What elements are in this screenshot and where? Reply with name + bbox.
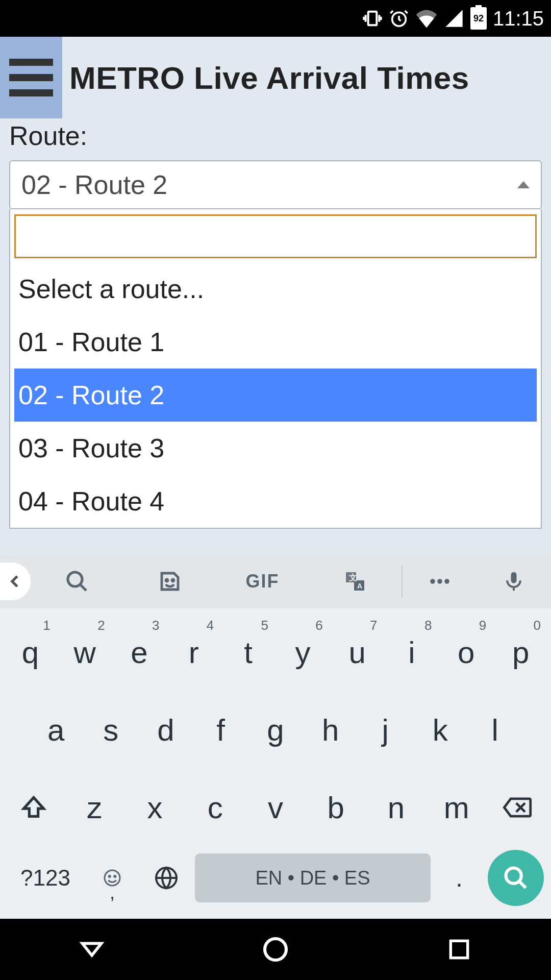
key-d[interactable]: d bbox=[138, 692, 193, 768]
svg-point-13 bbox=[114, 876, 116, 877]
key-n[interactable]: n bbox=[366, 770, 426, 845]
search-icon[interactable] bbox=[31, 569, 123, 594]
key-v[interactable]: v bbox=[245, 770, 306, 845]
shift-key[interactable] bbox=[3, 770, 64, 845]
sticker-icon[interactable] bbox=[123, 569, 216, 594]
key-x[interactable]: x bbox=[124, 770, 185, 845]
key-r[interactable]: r4 bbox=[166, 615, 221, 690]
language-key[interactable] bbox=[141, 847, 192, 909]
backspace-key[interactable] bbox=[487, 770, 548, 845]
key-l[interactable]: l bbox=[468, 692, 523, 768]
key-y[interactable]: y6 bbox=[276, 615, 330, 690]
route-search-input[interactable] bbox=[14, 214, 537, 258]
period-key[interactable]: . bbox=[434, 847, 485, 909]
kb-collapse-button[interactable] bbox=[0, 562, 31, 600]
svg-point-7 bbox=[430, 579, 435, 584]
key-o[interactable]: o9 bbox=[439, 615, 493, 690]
key-q[interactable]: q1 bbox=[3, 615, 58, 690]
svg-point-3 bbox=[166, 579, 168, 581]
recents-button[interactable] bbox=[429, 919, 490, 980]
mic-icon[interactable] bbox=[477, 568, 551, 595]
key-f[interactable]: f bbox=[193, 692, 248, 768]
back-button[interactable] bbox=[61, 919, 122, 980]
keyboard-toolbar: GIF 文A bbox=[0, 554, 551, 608]
svg-point-15 bbox=[506, 868, 521, 884]
wifi-icon bbox=[415, 9, 438, 28]
svg-point-12 bbox=[109, 876, 110, 877]
soft-keyboard: GIF 文A q1w2e3r4t5y6u7i8o9p0 asdfghjkl zx… bbox=[0, 554, 551, 919]
key-h[interactable]: h bbox=[303, 692, 358, 768]
vibration-icon bbox=[362, 8, 383, 29]
status-bar: 92 11:15 bbox=[0, 0, 551, 37]
translate-icon[interactable]: 文A bbox=[309, 569, 402, 594]
system-nav-bar bbox=[0, 919, 551, 980]
key-c[interactable]: c bbox=[185, 770, 245, 845]
svg-point-16 bbox=[265, 939, 286, 960]
battery-icon: 92 bbox=[470, 7, 487, 30]
svg-point-8 bbox=[437, 579, 442, 584]
route-select-value: 02 - Route 2 bbox=[21, 169, 167, 200]
svg-rect-17 bbox=[450, 941, 467, 958]
key-b[interactable]: b bbox=[306, 770, 366, 845]
more-icon[interactable] bbox=[403, 569, 477, 594]
app-content: METRO Live Arrival Times Route: 02 - Rou… bbox=[0, 37, 551, 610]
route-label: Route: bbox=[0, 118, 551, 160]
key-s[interactable]: s bbox=[84, 692, 139, 768]
search-key[interactable] bbox=[488, 850, 544, 906]
svg-point-4 bbox=[172, 579, 174, 581]
key-g[interactable]: g bbox=[248, 692, 303, 768]
keyboard-row: zxcvbnm bbox=[3, 770, 548, 845]
svg-point-9 bbox=[444, 579, 449, 584]
route-select[interactable]: 02 - Route 2 bbox=[9, 160, 542, 209]
key-e[interactable]: e3 bbox=[112, 615, 167, 690]
gif-button[interactable]: GIF bbox=[216, 571, 309, 592]
cell-signal-icon bbox=[444, 8, 464, 29]
chevron-up-icon bbox=[517, 181, 530, 188]
svg-text:A: A bbox=[357, 582, 362, 590]
key-j[interactable]: j bbox=[358, 692, 413, 768]
clock-text: 11:15 bbox=[493, 7, 544, 30]
route-option[interactable]: 04 - Route 4 bbox=[14, 475, 537, 528]
svg-rect-0 bbox=[368, 12, 377, 26]
key-a[interactable]: a bbox=[29, 692, 84, 768]
spacebar-key[interactable]: EN • DE • ES bbox=[195, 853, 431, 902]
hamburger-icon bbox=[9, 59, 53, 66]
key-i[interactable]: i8 bbox=[385, 615, 439, 690]
key-z[interactable]: z bbox=[64, 770, 124, 845]
key-p[interactable]: p0 bbox=[493, 615, 548, 690]
key-w[interactable]: w2 bbox=[58, 615, 112, 690]
home-button[interactable] bbox=[245, 919, 306, 980]
keyboard-row: asdfghjkl bbox=[3, 692, 548, 768]
emoji-key[interactable]: , bbox=[87, 847, 138, 909]
key-k[interactable]: k bbox=[413, 692, 468, 768]
svg-text:文: 文 bbox=[348, 573, 357, 582]
svg-rect-10 bbox=[511, 572, 517, 583]
alarm-icon bbox=[389, 8, 409, 29]
route-dropdown: Select a route... 01 - Route 1 02 - Rout… bbox=[9, 209, 542, 529]
route-option[interactable]: 02 - Route 2 bbox=[14, 369, 537, 422]
symbols-key[interactable]: ?123 bbox=[7, 847, 84, 909]
key-u[interactable]: u7 bbox=[330, 615, 385, 690]
keyboard-row: ?123 , EN • DE • ES . bbox=[3, 847, 548, 909]
page-title: METRO Live Arrival Times bbox=[69, 60, 469, 96]
key-m[interactable]: m bbox=[427, 770, 487, 845]
route-option[interactable]: 03 - Route 3 bbox=[14, 422, 537, 475]
route-option-placeholder[interactable]: Select a route... bbox=[14, 262, 537, 315]
key-t[interactable]: t5 bbox=[221, 615, 276, 690]
keyboard-row: q1w2e3r4t5y6u7i8o9p0 bbox=[3, 615, 548, 690]
app-header: METRO Live Arrival Times bbox=[0, 37, 551, 118]
route-options-list: Select a route... 01 - Route 1 02 - Rout… bbox=[14, 262, 537, 528]
menu-button[interactable] bbox=[0, 37, 62, 118]
route-option[interactable]: 01 - Route 1 bbox=[14, 315, 537, 369]
svg-point-2 bbox=[68, 572, 82, 586]
